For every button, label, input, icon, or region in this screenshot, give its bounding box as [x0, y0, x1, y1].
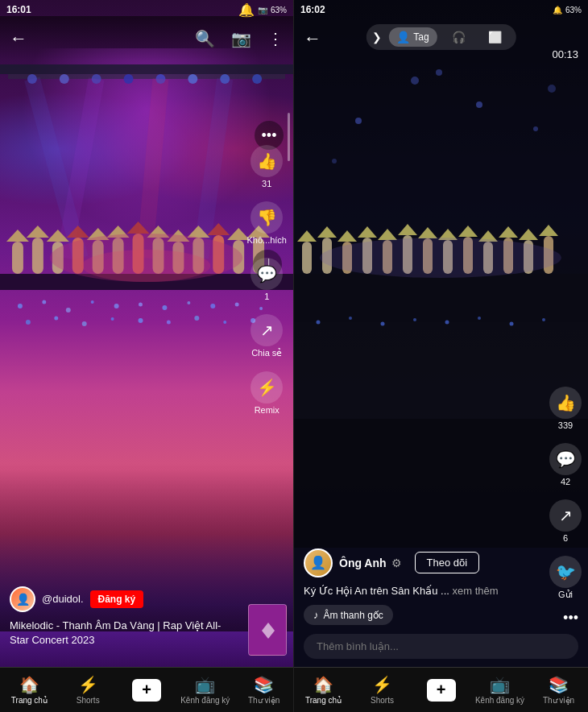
svg-point-104: [413, 318, 416, 321]
notification-icon: 🔔: [238, 2, 255, 18]
comment-count: 1: [264, 292, 269, 301]
remix-icon-circle: ⚡: [251, 371, 283, 404]
share-label: Chia sẻ: [251, 348, 282, 358]
comment-icon-circle: 💬: [251, 258, 283, 290]
right-notif-icon: 🔔: [553, 6, 562, 14]
more-options-button[interactable]: •••: [563, 610, 578, 627]
right-shorts-icon: ⚡: [372, 675, 392, 694]
nav-shorts[interactable]: ⚡ Shorts: [59, 675, 118, 705]
right-battery-icon: 63%: [565, 6, 582, 14]
status-bar: 16:01 🔔 📷 63%: [0, 0, 293, 19]
add-button[interactable]: +: [132, 679, 161, 702]
music-row: ♪ Âm thanh gốc •••: [304, 605, 578, 631]
dislike-button[interactable]: 👎 Khô...hích: [246, 201, 287, 245]
subscriptions-icon: 📺: [195, 675, 215, 694]
shorts-label: Shorts: [77, 696, 100, 705]
battery-icon: 63%: [271, 6, 287, 14]
status-icons: 🔔 📷 63%: [238, 2, 287, 18]
right-share-icon: ↗: [559, 506, 573, 525]
svg-marker-18: [27, 226, 49, 238]
right-status-time: 16:02: [300, 4, 325, 15]
right-plus-icon: +: [437, 681, 446, 699]
right-video-description: Ký Ức Hội An trên Sân Khấu ... xem thêm: [304, 584, 578, 598]
like-icon-circle: 👍: [251, 145, 283, 177]
svg-point-55: [111, 317, 114, 321]
right-channel-name[interactable]: Ông Anh: [339, 557, 387, 569]
tag-video-button[interactable]: ⬜: [480, 27, 510, 47]
svg-point-68: [476, 101, 482, 108]
nav-home[interactable]: 🏠 Trang chủ: [0, 675, 59, 705]
next-video-thumbnail[interactable]: [248, 604, 287, 656]
svg-point-54: [82, 321, 87, 326]
library-label: Thư viện: [248, 696, 280, 705]
right-nav-shorts[interactable]: ⚡ Shorts: [353, 675, 412, 705]
share-icon-circle: ↗: [251, 314, 283, 346]
channel-name[interactable]: @duidol.: [42, 593, 84, 605]
remix-button[interactable]: ⚡ Remix: [251, 371, 283, 415]
right-nav-subscriptions[interactable]: 📺 Kênh đăng ký: [470, 675, 529, 705]
right-like-button[interactable]: 👍 339: [549, 387, 582, 430]
comment-input[interactable]: [304, 634, 578, 659]
left-actions-panel: 👍 31 👎 Khô...hích 💬 1 ↗ Chia sẻ ⚡: [246, 145, 287, 415]
thumbs-down-icon: 👎: [257, 208, 277, 227]
svg-point-70: [332, 159, 337, 164]
tag-audio-button[interactable]: 🎧: [444, 27, 474, 47]
follow-button[interactable]: Theo dõi: [415, 552, 480, 573]
right-bottom-info: 👤 Ông Anh ⚙ Theo dõi Ký Ức Hội An trên S…: [294, 548, 588, 631]
svg-point-101: [317, 321, 321, 325]
right-home-label: Trang chủ: [305, 696, 342, 705]
left-bottom-info: 👤 @duidol. Đăng ký Mikelodic - Thanh Âm …: [0, 577, 245, 664]
like-count: 31: [262, 179, 271, 188]
tag-chevron-icon[interactable]: ❯: [372, 31, 382, 43]
svg-point-44: [91, 300, 94, 304]
svg-rect-15: [12, 242, 23, 274]
svg-rect-17: [32, 238, 43, 274]
right-channel-avatar: 👤: [304, 548, 333, 577]
share-icon: ↗: [260, 321, 274, 340]
nav-add[interactable]: +: [118, 679, 176, 702]
svg-point-62: [82, 250, 211, 282]
nav-library[interactable]: 📚 Thư viện: [234, 675, 293, 705]
right-nav-home[interactable]: 🏠 Trang chủ: [294, 675, 353, 705]
right-like-count: 339: [558, 420, 573, 430]
svg-point-3: [60, 74, 69, 84]
bottom-navigation-left: 🏠 Trang chủ ⚡ Shorts + 📺 Kênh đăng ký 📚 …: [0, 667, 293, 712]
tag-toolbar: ❯ 👤 Tag 🎧 ⬜: [366, 24, 516, 50]
left-header: ← 🔍 📷 ⋮: [0, 16, 293, 61]
right-library-icon: 📚: [549, 675, 569, 694]
nav-subscriptions[interactable]: 📺 Kênh đăng ký: [176, 675, 234, 705]
music-tag-button[interactable]: ♪ Âm thanh gốc: [304, 605, 393, 625]
scroll-indicator: [288, 113, 290, 161]
channel-avatar: 👤: [10, 586, 35, 612]
right-nav-add[interactable]: +: [412, 679, 470, 702]
music-tag-text: Âm thanh gốc: [324, 610, 383, 621]
svg-point-42: [42, 300, 46, 304]
camera-icon[interactable]: 📷: [231, 29, 251, 48]
right-comment-button[interactable]: 💬 42: [549, 443, 582, 486]
right-add-button[interactable]: +: [427, 679, 456, 702]
right-library-label: Thư viện: [543, 696, 574, 705]
right-share-count: 6: [563, 533, 568, 543]
svg-point-43: [66, 308, 71, 313]
right-back-button[interactable]: ←: [304, 28, 321, 49]
right-share-button[interactable]: ↗ 6: [549, 499, 582, 543]
search-icon[interactable]: 🔍: [195, 29, 215, 48]
video-timer: 00:13: [552, 48, 578, 60]
right-share-icon-circle: ↗: [549, 499, 582, 532]
more-options-icon[interactable]: ⋮: [267, 29, 284, 48]
tag-label: Tag: [413, 31, 429, 43]
subscribe-button[interactable]: Đăng ký: [90, 590, 144, 608]
right-nav-library[interactable]: 📚 Thư viện: [529, 675, 588, 705]
share-button[interactable]: ↗ Chia sẻ: [251, 314, 283, 358]
svg-point-69: [533, 126, 538, 131]
right-shorts-label: Shorts: [371, 696, 394, 705]
back-button[interactable]: ←: [10, 28, 27, 49]
tag-person-button[interactable]: 👤 Tag: [388, 27, 437, 47]
like-button[interactable]: 👍 31: [251, 145, 283, 188]
see-more-link[interactable]: xem thêm: [453, 585, 499, 597]
svg-point-71: [436, 69, 442, 76]
comment-input-row: [294, 629, 588, 664]
svg-point-105: [445, 321, 449, 325]
svg-rect-0: [0, 64, 293, 74]
comment-button[interactable]: 💬 1: [251, 258, 283, 301]
